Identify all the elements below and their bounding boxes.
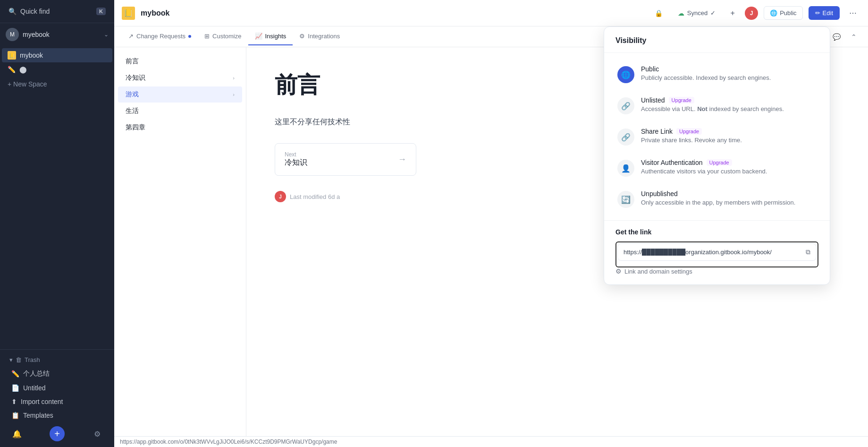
- edit-pencil-icon: ✏: [815, 9, 820, 17]
- unpublished-option-icon: 🔄: [617, 191, 634, 208]
- toc-games-label: 游戏: [126, 90, 139, 99]
- tab-change-requests-label: Change Requests: [136, 33, 185, 40]
- book-icon: 📒: [8, 51, 16, 60]
- modified-label: Last modified 6d a: [290, 193, 340, 200]
- templates-label: Templates: [23, 412, 53, 419]
- toc-item-games[interactable]: 游戏 ›: [118, 86, 242, 103]
- vis-option-unpublished[interactable]: 🔄 Unpublished Only accessible in the app…: [612, 183, 822, 215]
- integrations-icon: ⚙: [299, 33, 305, 40]
- topbar: 📒 mybook 🔒 ☁ Synced ✓ + J 🌐 Public ✏ Edi…: [114, 0, 868, 26]
- trash-toggle[interactable]: ▾ 🗑 Trash: [4, 353, 110, 366]
- tab-insights[interactable]: 📈 Insights: [248, 28, 293, 45]
- share-link-upgrade-badge[interactable]: Upgrade: [676, 128, 702, 135]
- sidebar-item-import[interactable]: ⬆ Import content: [6, 395, 109, 408]
- sidebar-item-blob-label: ⬤: [19, 66, 27, 73]
- toc-preface-label: 前言: [126, 57, 139, 66]
- more-options-button[interactable]: ⋯: [845, 7, 860, 19]
- untitled-icon: 📄: [11, 384, 19, 392]
- modified-user-letter: J: [279, 194, 282, 199]
- toc-cold-knowledge-label: 冷知识: [126, 74, 145, 82]
- sidebar-item-personal[interactable]: ✏️ 个人总结: [6, 367, 109, 381]
- visibility-popup: Visibility 🌐 Public Publicly accessible.…: [604, 26, 830, 285]
- comment-action-btn[interactable]: 💬: [829, 31, 844, 43]
- synced-button[interactable]: ☁ Synced ✓: [673, 7, 720, 20]
- import-label: Import content: [21, 398, 63, 405]
- tab-integrations[interactable]: ⚙ Integrations: [293, 28, 346, 45]
- insights-icon: 📈: [255, 33, 262, 40]
- visitor-auth-option-title: Visitor Authentication Upgrade: [641, 159, 817, 166]
- tab-change-requests[interactable]: ↗ Change Requests: [122, 28, 198, 45]
- share-link-option-desc: Private share links. Revoke any time.: [641, 136, 817, 145]
- toc-item-cold-knowledge[interactable]: 冷知识 ›: [118, 70, 242, 86]
- unlisted-upgrade-badge[interactable]: Upgrade: [669, 97, 694, 103]
- templates-icon: 📋: [11, 412, 19, 419]
- sync-icon: ☁: [678, 9, 684, 17]
- domain-settings-label: Link and domain settings: [624, 268, 692, 275]
- vis-option-share-link[interactable]: 🔗 Share Link Upgrade Private share links…: [612, 121, 822, 152]
- link-url-input[interactable]: [618, 244, 800, 260]
- personal-label: 个人总结: [23, 370, 50, 378]
- public-option-icon: 🌐: [617, 66, 634, 83]
- notifications-button[interactable]: 🔔: [9, 426, 25, 441]
- untitled-label: Untitled: [23, 384, 45, 392]
- not-indexed-text: Not: [696, 105, 708, 112]
- visitor-auth-option-icon: 👤: [617, 160, 634, 177]
- visitor-auth-title-text: Visitor Authentication: [641, 159, 703, 166]
- public-button[interactable]: 🌐 Public: [764, 6, 802, 20]
- sidebar-item-mybook[interactable]: 📒 mybook: [2, 48, 112, 62]
- copy-link-button[interactable]: ⧉: [800, 244, 816, 260]
- share-link-title-text: Share Link: [641, 128, 673, 135]
- visitor-auth-option-desc: Authenticate visitors via your custom ba…: [641, 167, 817, 176]
- settings-button[interactable]: ⚙: [90, 426, 105, 441]
- sidebar-item-untitled[interactable]: 📄 Untitled: [6, 381, 109, 395]
- modified-user-avatar: J: [275, 191, 286, 202]
- tab-customize[interactable]: ⊞ Customize: [198, 28, 248, 45]
- unlisted-option-desc: Accessible via URL. Not indexed by searc…: [641, 105, 817, 113]
- sidebar-nav: 📒 mybook ✏️ ⬤ + New Space: [0, 46, 114, 349]
- vis-option-public[interactable]: 🌐 Public Publicly accessible. Indexed by…: [612, 59, 822, 90]
- new-space-label: + New Space: [8, 80, 47, 88]
- unlisted-option-icon: 🔗: [617, 97, 634, 114]
- sidebar-top: 🔍 Quick find K: [0, 0, 114, 23]
- vis-option-unlisted[interactable]: 🔗 Unlisted Upgrade Accessible via URL. N…: [612, 90, 822, 121]
- collapse-action-btn[interactable]: ⌃: [847, 31, 860, 43]
- unlisted-option-content: Unlisted Upgrade Accessible via URL. Not…: [641, 96, 817, 113]
- add-button[interactable]: +: [50, 426, 65, 441]
- public-label: Public: [780, 9, 796, 17]
- new-space-button[interactable]: + New Space: [0, 77, 114, 92]
- next-page-card[interactable]: Next 冷知识 →: [275, 143, 416, 176]
- lock-button[interactable]: 🔒: [650, 7, 667, 20]
- add-member-button[interactable]: +: [726, 7, 739, 20]
- synced-label: Synced: [687, 9, 708, 17]
- toc-chapter4-label: 第四章: [126, 123, 145, 132]
- vis-option-visitor-auth[interactable]: 👤 Visitor Authentication Upgrade Authent…: [612, 152, 822, 183]
- toc-item-preface[interactable]: 前言: [118, 53, 242, 69]
- unpublished-title-text: Unpublished: [641, 190, 678, 198]
- topbar-title: mybook: [141, 9, 169, 17]
- import-icon: ⬆: [11, 398, 17, 405]
- personal-icon: ✏️: [11, 370, 19, 378]
- trash-icon: 🗑: [16, 356, 22, 363]
- visitor-auth-upgrade-badge[interactable]: Upgrade: [707, 159, 732, 166]
- next-card-info: Next 冷知识: [285, 151, 307, 168]
- workspace-avatar-letter: M: [10, 31, 15, 38]
- workspace-header[interactable]: M myebook ⌄: [0, 23, 114, 46]
- share-link-option-icon: 🔗: [617, 129, 634, 146]
- quick-find-button[interactable]: 🔍 Quick find K: [4, 4, 110, 19]
- edit-button[interactable]: ✏ Edit: [809, 6, 840, 20]
- trash-label: Trash: [25, 356, 40, 363]
- toc-item-chapter4[interactable]: 第四章: [118, 120, 242, 136]
- sidebar-item-templates[interactable]: 📋 Templates: [6, 409, 109, 422]
- toc-games-chevron: ›: [233, 92, 235, 97]
- toc-item-life[interactable]: 生活: [118, 103, 242, 119]
- public-option-content: Public Publicly accessible. Indexed by s…: [641, 65, 817, 82]
- domain-settings-link[interactable]: ⚙ Link and domain settings: [615, 267, 818, 275]
- quick-find-label: Quick find: [20, 8, 50, 15]
- popup-header: Visibility: [604, 27, 830, 53]
- sidebar-item-blob[interactable]: ✏️ ⬤: [2, 63, 112, 76]
- public-option-title-text: Public: [641, 65, 659, 73]
- popup-link-section: Get the link ⧉ ⚙ Link and domain setting…: [604, 220, 830, 284]
- sidebar-item-mybook-label: mybook: [20, 52, 43, 59]
- lock-icon: 🔒: [655, 9, 663, 17]
- tab-insights-label: Insights: [265, 33, 287, 40]
